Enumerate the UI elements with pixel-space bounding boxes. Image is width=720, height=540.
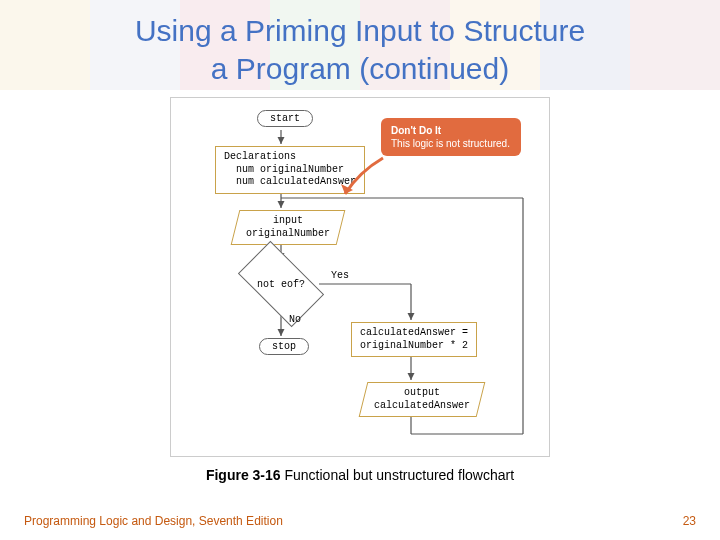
warning-callout: Don't Do It This logic is not structured… <box>381 118 521 156</box>
flow-decision: not eof? <box>243 261 319 307</box>
flow-input: input originalNumber <box>231 210 346 245</box>
flow-calc: calculatedAnswer = originalNumber * 2 <box>351 322 477 357</box>
footer-page-number: 23 <box>683 514 696 528</box>
flow-stop: stop <box>259 338 309 355</box>
caption-text: Functional but unstructured flowchart <box>281 467 514 483</box>
slide-footer: Programming Logic and Design, Seventh Ed… <box>0 514 720 528</box>
label-yes: Yes <box>331 270 349 281</box>
flow-start: start <box>257 110 313 127</box>
caption-figure-number: Figure 3-16 <box>206 467 281 483</box>
callout-arrow-icon <box>339 154 389 204</box>
title-line-1: Using a Priming Input to Structure <box>135 14 585 47</box>
figure-caption: Figure 3-16 Functional but unstructured … <box>0 467 720 483</box>
label-no: No <box>289 314 301 325</box>
callout-body: This logic is not structured. <box>391 137 511 150</box>
title-line-2: a Program (continued) <box>211 52 509 85</box>
callout-header: Don't Do It <box>391 124 511 137</box>
slide-title: Using a Priming Input to Structure a Pro… <box>0 0 720 95</box>
footer-book-title: Programming Logic and Design, Seventh Ed… <box>24 514 283 528</box>
flow-output: output calculatedAnswer <box>359 382 486 417</box>
flowchart-figure: start Declarations num originalNumber nu… <box>170 97 550 457</box>
